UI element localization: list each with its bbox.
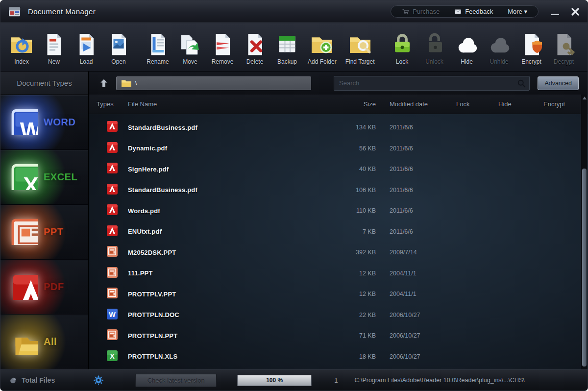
sidebar-item-label: WORD — [44, 117, 75, 128]
column-header-size[interactable]: Size — [334, 100, 383, 108]
sidebar-item-word[interactable]: WWORD — [0, 95, 88, 150]
file-size: 71 KB — [334, 332, 383, 339]
up-arrow-icon — [98, 77, 110, 89]
column-header-hide[interactable]: Hide — [498, 100, 543, 108]
table-row[interactable]: Dynamic.pdf 56 KB 2011/6/6 — [89, 138, 588, 159]
check-version-button[interactable]: Check latest version — [135, 374, 217, 387]
encrypt-icon — [520, 30, 543, 56]
file-name: PROTTPLN.XLS — [128, 353, 334, 360]
file-modified-date: 2006/10/27 — [383, 312, 456, 318]
toolbar-button-lock[interactable]: Lock — [386, 28, 418, 67]
decrypt-icon — [552, 30, 576, 56]
file-list: StandardBusiness.pdf 134 KB 2011/6/6 Dyn… — [89, 114, 588, 369]
pdf-file-icon — [107, 204, 118, 217]
sidebar-item-all[interactable]: All — [0, 315, 88, 369]
file-name: Dynamic.pdf — [128, 145, 334, 152]
window-title: Document Manager — [28, 7, 96, 16]
sidebar-list: WWORDXEXCELPPTPDFAll — [0, 95, 88, 369]
toolbar-button-label: Open — [111, 58, 125, 65]
scrollbar-thumb[interactable] — [582, 169, 587, 367]
app-window: Document Manager Purchase Feedback More … — [0, 0, 588, 391]
file-size: 134 KB — [334, 124, 383, 131]
column-header-filename[interactable]: File Name — [128, 100, 334, 108]
toolbar-button-load[interactable]: Load — [70, 28, 102, 67]
envelope-icon — [454, 8, 462, 15]
add-folder-icon — [310, 30, 334, 56]
column-header-types[interactable]: Types — [97, 100, 128, 108]
search-input[interactable] — [339, 79, 516, 87]
load-icon — [74, 30, 98, 56]
file-size: 12 KB — [334, 270, 383, 277]
minimize-button[interactable] — [551, 8, 559, 15]
toolbar-button-label: Lock — [396, 58, 408, 65]
toolbar-button-label: Delete — [246, 58, 264, 65]
toolbar-button-encrypt[interactable]: Encrypt — [515, 28, 548, 67]
toolbar-button-move[interactable]: Move — [174, 28, 206, 67]
table-row[interactable]: PROTTPLN.PPT 71 KB 2006/10/27 — [89, 325, 588, 346]
table-row[interactable]: SignHere.pdf 40 KB 2011/6/6 — [89, 159, 588, 180]
doc-file-icon: W — [107, 309, 118, 321]
pdf-file-icon — [107, 142, 118, 155]
feedback-button[interactable]: Feedback — [454, 8, 493, 15]
table-row[interactable]: StandardBusiness.pdf 106 KB 2011/6/6 — [89, 180, 588, 201]
xls-file-icon: X — [107, 350, 118, 363]
sidebar-item-excel[interactable]: XEXCEL — [0, 150, 88, 205]
toolbar-button-remove[interactable]: Remove — [206, 28, 239, 67]
table-row[interactable]: 111.PPT 12 KB 2004/11/1 — [89, 263, 588, 284]
file-name: PROTTPLN.DOC — [128, 311, 334, 318]
index-icon — [10, 30, 33, 56]
sidebar-item-pdf[interactable]: PDF — [0, 260, 88, 315]
toolbar-button-add-folder[interactable]: Add Folder — [303, 28, 341, 67]
toolbar-button-index[interactable]: Index — [5, 28, 38, 67]
file-name: StandardBusiness.pdf — [128, 124, 334, 131]
toolbar-button-backup[interactable]: Backup — [271, 28, 303, 67]
toolbar-button-find-target[interactable]: Find Target — [341, 28, 379, 67]
up-directory-button[interactable] — [96, 76, 112, 91]
sidebar-item-label: All — [44, 336, 57, 347]
table-row[interactable]: X PROTTPLN.XLS 18 KB 2006/10/27 — [89, 346, 588, 367]
table-row[interactable]: ENUtxt.pdf 7 KB 2011/6/6 — [89, 221, 588, 243]
status-bar: Total Files Check latest version 100 % 1… — [0, 369, 588, 391]
path-input[interactable]: \ — [116, 76, 311, 90]
scrollbar[interactable] — [581, 95, 587, 369]
file-name: StandardBusiness.pdf — [128, 186, 334, 194]
toolbar-button-label: Unhide — [490, 58, 509, 65]
toolbar-button-delete[interactable]: Delete — [239, 28, 271, 67]
table-row[interactable]: W PROTTPLN.DOC 22 KB 2006/10/27 — [89, 305, 588, 326]
file-modified-date: 2011/6/6 — [383, 145, 456, 152]
toolbar-button-open[interactable]: Open — [102, 28, 135, 67]
column-header-modified[interactable]: Modified date — [383, 100, 456, 108]
table-row[interactable]: Words.pdf 110 KB 2011/6/6 — [89, 200, 588, 221]
current-folder-path: \ — [135, 79, 137, 87]
settings-gear-icon[interactable] — [92, 374, 105, 387]
toolbar-button-label: Hide — [461, 58, 473, 65]
file-modified-date: 2011/6/6 — [383, 166, 456, 172]
file-size: 7 KB — [334, 228, 383, 235]
toolbar-button-new[interactable]: New — [38, 28, 70, 67]
search-icon[interactable] — [516, 78, 526, 88]
move-icon — [178, 30, 202, 56]
close-button[interactable] — [571, 7, 580, 16]
title-bar: Document Manager Purchase Feedback More … — [0, 0, 588, 23]
table-row[interactable]: PROTTPLV.PPT 12 KB 2004/11/1 — [89, 284, 588, 305]
advanced-search-button[interactable]: Advanced — [538, 76, 579, 90]
table-row[interactable]: StandardBusiness.pdf 134 KB 2011/6/6 — [89, 117, 588, 138]
sidebar-item-ppt[interactable]: PPT — [0, 205, 88, 260]
file-name: PROTTPLV.PPT — [128, 291, 334, 298]
page-number: 1 — [334, 377, 338, 384]
column-header-lock[interactable]: Lock — [456, 100, 498, 108]
toolbar-button-label: Decrypt — [554, 58, 574, 65]
file-name: ENUtxt.pdf — [128, 228, 334, 235]
scroll-up-arrow-icon[interactable] — [583, 97, 587, 99]
toolbar-button-hide[interactable]: Hide — [451, 28, 483, 67]
toolbar-button-unhide: Unhide — [483, 28, 515, 67]
table-row[interactable]: M2052DSK.PPT 392 KB 2009/7/14 — [89, 242, 588, 263]
toolbar-button-rename[interactable]: Rename — [142, 28, 174, 67]
backup-icon — [275, 30, 299, 56]
toolbar-button-label: Rename — [147, 58, 169, 65]
file-name: PROTTPLN.PPT — [128, 332, 334, 340]
toolbar-button-label: Encrypt — [521, 58, 541, 65]
more-button[interactable]: More ▾ — [508, 8, 527, 15]
excel-icon: X — [10, 163, 38, 192]
purchase-button[interactable]: Purchase — [402, 8, 440, 15]
